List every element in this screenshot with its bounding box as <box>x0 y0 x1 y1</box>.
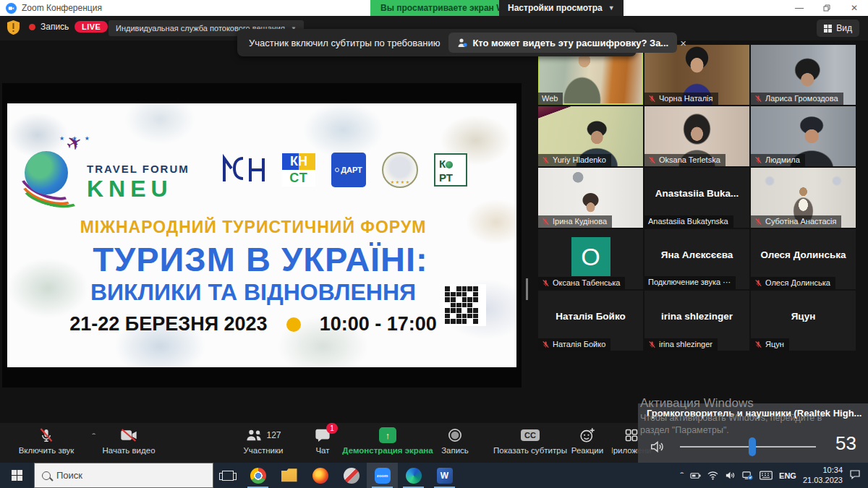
participant-tile[interactable]: Oksana Terletska <box>644 106 749 166</box>
participant-tile[interactable]: Яна Алєксєєва Подключение звука ⋯ <box>644 229 749 289</box>
participant-tile[interactable]: Yuriy Hladenko <box>538 106 643 166</box>
participant-name-label: Web <box>538 93 563 105</box>
record-button[interactable]: Запись <box>434 426 476 461</box>
forum-subtitle: МІЖНАРОДНИЙ ТУРИСТИЧНИЙ ФОРУМ <box>29 218 477 237</box>
transcript-visibility-button[interactable]: Кто может видеть эту расшифровку? За... <box>448 33 677 53</box>
participants-icon <box>245 429 263 442</box>
participant-name-label: Лариса Громоздова <box>751 93 843 105</box>
speaker-tray-icon[interactable] <box>725 470 736 481</box>
hotel-association-logo <box>382 152 418 188</box>
participant-tile[interactable]: Anastasiia Buka... Anastasiia Bukatynska <box>644 168 749 228</box>
firefox-icon <box>312 468 328 484</box>
search-icon <box>42 471 51 480</box>
ccleaner-icon <box>344 468 359 484</box>
knst-logo: КН СТ <box>282 153 315 187</box>
participant-tile[interactable]: Наталія Бойко Наталія Бойко <box>538 291 643 351</box>
start-button[interactable] <box>0 463 34 488</box>
participants-button[interactable]: 127 Участники ˆ <box>229 426 298 461</box>
wifi-icon[interactable] <box>707 470 718 481</box>
participant-tile[interactable]: Лариса Громоздова <box>751 45 856 105</box>
poster-date-row: 21-22 БЕРЕЗНЯ 2023 10:00 - 17:00 <box>29 313 477 335</box>
kneu-travel-forum-logo: ✈ ★ ★ ★ TRAVEL FORUM KNEU <box>22 134 217 213</box>
volume-slider-track[interactable] <box>680 446 816 448</box>
participant-name-label: Суботіна Анастасія <box>751 215 841 228</box>
taskbar-app-edge[interactable] <box>398 463 429 488</box>
word-icon: W <box>437 468 453 484</box>
touch-keyboard-icon[interactable] <box>760 470 773 481</box>
dart-logo: ДАРТ <box>331 153 366 187</box>
muted-mic-icon <box>754 95 762 103</box>
task-view-button[interactable] <box>213 463 242 488</box>
muted-mic-icon <box>542 156 550 164</box>
chat-unread-badge: 1 <box>326 423 338 434</box>
muted-mic-icon <box>648 95 656 103</box>
participants-count: 127 <box>266 430 281 440</box>
muted-mic-icon <box>542 279 550 287</box>
participant-name-label: Подключение звука ⋯ <box>644 276 736 289</box>
participant-tile[interactable]: Ірина Кудінова <box>538 168 643 228</box>
taskbar-search-input[interactable]: Поиск <box>34 463 213 488</box>
scrollbar-thumb[interactable] <box>526 278 528 300</box>
volume-slider-thumb[interactable] <box>749 437 756 456</box>
pc-status-icon[interactable] <box>742 470 753 481</box>
participant-tile[interactable]: irina shlezinger irina shlezinger <box>644 291 749 351</box>
taskbar-app-explorer[interactable] <box>273 463 305 488</box>
close-icon[interactable]: × <box>677 37 689 49</box>
participant-name-label: Яцун <box>751 338 789 351</box>
mic-muted-icon <box>38 427 54 443</box>
task-view-icon <box>222 471 234 481</box>
close-button[interactable]: ✕ <box>841 0 868 16</box>
audio-device-name: Громкоговоритель и наушники (Realtek Hig… <box>647 408 861 419</box>
participant-name-label: Yuriy Hladenko <box>538 154 611 166</box>
security-shield-icon[interactable] <box>7 20 20 35</box>
speaker-icon <box>650 439 665 455</box>
view-settings-button[interactable]: Настройки просмотра ▼ <box>499 0 624 16</box>
share-screen-button[interactable]: ↑ Демонстрация экрана <box>337 426 438 461</box>
poster-title-line2: ВИКЛИКИ ТА ВІДНОВЛЕННЯ <box>29 279 477 306</box>
taskbar-app-ccleaner[interactable] <box>336 463 367 488</box>
captions-toast: Участник включил субтитры по требованию … <box>237 29 637 56</box>
muted-mic-icon <box>754 341 762 348</box>
show-captions-button[interactable]: CC Показать субтитры ˆ <box>486 426 574 461</box>
start-video-button[interactable]: Начать видео ˆ <box>91 426 166 461</box>
participants-grid: Web Чорна Наталія <box>538 45 856 351</box>
record-icon <box>448 428 462 442</box>
battery-icon[interactable] <box>690 470 701 481</box>
unmute-button[interactable]: Включить звук ˆ <box>9 426 84 461</box>
krt-logo: К РТ <box>434 153 467 187</box>
participant-tile[interactable]: Суботіна Анастасія <box>751 168 856 228</box>
recording-indicator: Запись <box>29 22 69 32</box>
participant-center-name: Anastasiia Buka... <box>647 188 746 199</box>
participant-center-name: Наталія Бойко <box>541 311 640 322</box>
participant-tile[interactable]: O Оксана Табенська <box>538 229 643 289</box>
restore-button[interactable] <box>813 0 841 16</box>
chrome-icon <box>250 468 266 484</box>
participant-name-label: Чорна Наталія <box>644 93 718 105</box>
tray-chevron-icon[interactable]: ˆ <box>681 471 685 480</box>
muted-mic-icon <box>754 279 762 287</box>
participant-tile[interactable]: Чорна Наталія <box>644 45 749 105</box>
muted-mic-icon <box>542 218 550 226</box>
view-layout-button[interactable]: Вид <box>817 20 859 37</box>
participant-tile[interactable]: Яцун Яцун <box>751 291 856 351</box>
taskbar-clock[interactable]: 10:34 21.03.2023 <box>803 466 843 486</box>
poster-time: 10:00 - 17:00 <box>320 313 437 335</box>
zoom-meeting-window: Zoom Конференция Вы просматриваете экран… <box>0 0 868 488</box>
taskbar-app-firefox[interactable] <box>305 463 336 488</box>
participant-name-label: Наталія Бойко <box>538 338 610 351</box>
apps-icon <box>624 428 639 442</box>
taskbar-app-word[interactable]: W <box>429 463 460 488</box>
participant-name-label: Оксана Табенська <box>538 277 625 289</box>
reactions-button[interactable]: Реакции <box>566 426 609 461</box>
participant-tile[interactable]: Людмила <box>751 106 856 166</box>
language-indicator[interactable]: ENG <box>779 471 796 480</box>
taskbar-date: 21.03.2023 <box>803 476 843 486</box>
volume-level-value: 53 <box>835 432 856 455</box>
participant-tile[interactable]: Олеся Долинська Олеся Долинська <box>751 229 856 289</box>
partner-logos-row: КН СТ ДАРТ К РТ <box>221 148 467 192</box>
action-center-icon[interactable] <box>849 468 861 483</box>
taskbar-app-zoom[interactable]: zoom <box>367 463 398 488</box>
taskbar-app-chrome[interactable] <box>242 463 273 488</box>
minimize-button[interactable]: — <box>786 0 813 16</box>
participant-name-label: Ірина Кудінова <box>538 215 612 228</box>
